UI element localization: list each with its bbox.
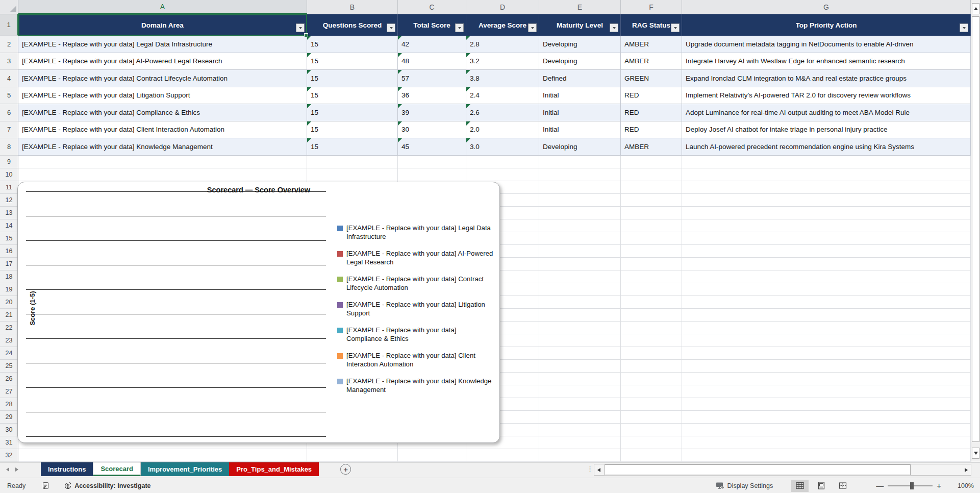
empty-cell[interactable] <box>682 309 971 322</box>
cell-total-score[interactable]: 36 <box>398 87 466 105</box>
column-header-b[interactable]: B <box>307 0 398 14</box>
empty-cell[interactable] <box>682 245 971 258</box>
empty-cell[interactable] <box>621 322 682 334</box>
cell-rag-status[interactable]: RED <box>621 104 682 121</box>
filter-dropdown-button[interactable] <box>296 23 305 32</box>
row-header-6[interactable]: 6 <box>0 104 18 121</box>
empty-cell[interactable] <box>682 283 971 296</box>
cell-questions-scored[interactable]: 15 <box>307 87 398 105</box>
column-header-f[interactable]: F <box>621 0 682 14</box>
header-cell-d[interactable]: Average Score <box>466 14 539 36</box>
empty-cell[interactable] <box>539 424 621 436</box>
column-header-g[interactable]: G <box>682 0 971 14</box>
row-header-29[interactable]: 29 <box>0 411 18 424</box>
embedded-chart[interactable]: Scorecard — Score Overview Score (1-5) [… <box>17 182 500 443</box>
cell-average-score[interactable]: 2.8 <box>466 36 539 53</box>
empty-cell[interactable] <box>539 322 621 334</box>
cell-average-score[interactable]: 2.6 <box>466 104 539 121</box>
empty-cell[interactable] <box>682 398 971 411</box>
empty-cell[interactable] <box>307 449 398 462</box>
column-header-c[interactable]: C <box>398 0 466 14</box>
empty-cell[interactable] <box>682 181 971 194</box>
empty-cell[interactable] <box>539 449 621 462</box>
accessibility-status[interactable]: Accessibility: Investigate <box>64 482 150 490</box>
empty-cell[interactable] <box>682 424 971 436</box>
sheet-tab-scorecard[interactable]: Scorecard <box>93 462 141 476</box>
filter-dropdown-button[interactable] <box>387 23 395 32</box>
scroll-up-button[interactable] <box>972 3 979 14</box>
cell-domain-area[interactable]: [EXAMPLE - Replace with your data] Legal… <box>18 36 307 53</box>
cell-domain-area[interactable]: [EXAMPLE - Replace with your data] Litig… <box>18 87 307 105</box>
zoom-slider-thumb[interactable] <box>910 482 914 489</box>
tab-scroll-right-icon[interactable] <box>15 467 18 472</box>
empty-cell[interactable] <box>682 156 971 168</box>
empty-cell[interactable] <box>539 283 621 296</box>
zoom-level[interactable]: 100% <box>951 482 974 489</box>
column-header-e[interactable]: E <box>539 0 621 14</box>
row-header-21[interactable]: 21 <box>0 309 18 322</box>
cell-maturity-level[interactable]: Defined <box>539 70 621 87</box>
cell-questions-scored[interactable]: 15 <box>307 70 398 87</box>
empty-cell[interactable] <box>539 258 621 270</box>
empty-cell[interactable] <box>682 360 971 373</box>
row-header-31[interactable]: 31 <box>0 436 18 449</box>
sheet-tab-improvement_priorities[interactable]: Improvement_Priorities <box>141 462 229 476</box>
empty-cell[interactable] <box>621 347 682 360</box>
row-header-10[interactable]: 10 <box>0 168 18 181</box>
cell-average-score[interactable]: 3.2 <box>466 53 539 70</box>
row-header-28[interactable]: 28 <box>0 398 18 411</box>
scroll-down-button[interactable] <box>972 448 979 459</box>
row-header-7[interactable]: 7 <box>0 121 18 139</box>
empty-cell[interactable] <box>621 245 682 258</box>
empty-cell[interactable] <box>539 360 621 373</box>
empty-cell[interactable] <box>466 449 539 462</box>
empty-cell[interactable] <box>539 347 621 360</box>
scroll-left-button[interactable] <box>594 468 604 472</box>
cell-maturity-level[interactable]: Initial <box>539 87 621 105</box>
cell-questions-scored[interactable]: 15 <box>307 53 398 70</box>
empty-cell[interactable] <box>466 168 539 181</box>
filter-dropdown-button[interactable] <box>528 23 537 32</box>
row-header-22[interactable]: 22 <box>0 322 18 334</box>
cell-domain-area[interactable]: [EXAMPLE - Replace with your data] Clien… <box>18 121 307 139</box>
empty-cell[interactable] <box>539 232 621 245</box>
empty-cell[interactable] <box>539 270 621 283</box>
empty-cell[interactable] <box>621 232 682 245</box>
cell-total-score[interactable]: 48 <box>398 53 466 70</box>
empty-cell[interactable] <box>621 258 682 270</box>
empty-cell[interactable] <box>621 181 682 194</box>
row-header-20[interactable]: 20 <box>0 296 18 309</box>
cell-questions-scored[interactable]: 15 <box>307 104 398 121</box>
cell-domain-area[interactable]: [EXAMPLE - Replace with your data] AI-Po… <box>18 53 307 70</box>
empty-cell[interactable] <box>307 156 398 168</box>
empty-cell[interactable] <box>539 373 621 385</box>
cell-total-score[interactable]: 42 <box>398 36 466 53</box>
cell-domain-area[interactable]: [EXAMPLE - Replace with your data] Knowl… <box>18 138 307 156</box>
empty-cell[interactable] <box>307 168 398 181</box>
row-header-19[interactable]: 19 <box>0 283 18 296</box>
cell-average-score[interactable]: 3.0 <box>466 138 539 156</box>
empty-cell[interactable] <box>682 411 971 424</box>
cell-domain-area[interactable]: [EXAMPLE - Replace with your data] Compl… <box>18 104 307 121</box>
empty-cell[interactable] <box>682 373 971 385</box>
header-cell-b[interactable]: Questions Scored <box>307 14 398 36</box>
cell-top-priority-action[interactable]: Deploy Josef AI chatbot for intake triag… <box>682 121 971 139</box>
row-header-26[interactable]: 26 <box>0 373 18 385</box>
empty-cell[interactable] <box>466 156 539 168</box>
empty-cell[interactable] <box>398 156 466 168</box>
empty-cell[interactable] <box>539 385 621 398</box>
row-header-25[interactable]: 25 <box>0 360 18 373</box>
row-header-2[interactable]: 2 <box>0 36 18 53</box>
cell-rag-status[interactable]: AMBER <box>621 138 682 156</box>
row-header-18[interactable]: 18 <box>0 270 18 283</box>
empty-cell[interactable] <box>682 296 971 309</box>
cell-total-score[interactable]: 30 <box>398 121 466 139</box>
empty-cell[interactable] <box>539 181 621 194</box>
empty-cell[interactable] <box>682 232 971 245</box>
empty-cell[interactable] <box>621 334 682 347</box>
row-header-17[interactable]: 17 <box>0 258 18 270</box>
empty-cell[interactable] <box>682 449 971 462</box>
empty-cell[interactable] <box>398 449 466 462</box>
row-header-27[interactable]: 27 <box>0 385 18 398</box>
add-sheet-button[interactable]: + <box>340 464 351 475</box>
